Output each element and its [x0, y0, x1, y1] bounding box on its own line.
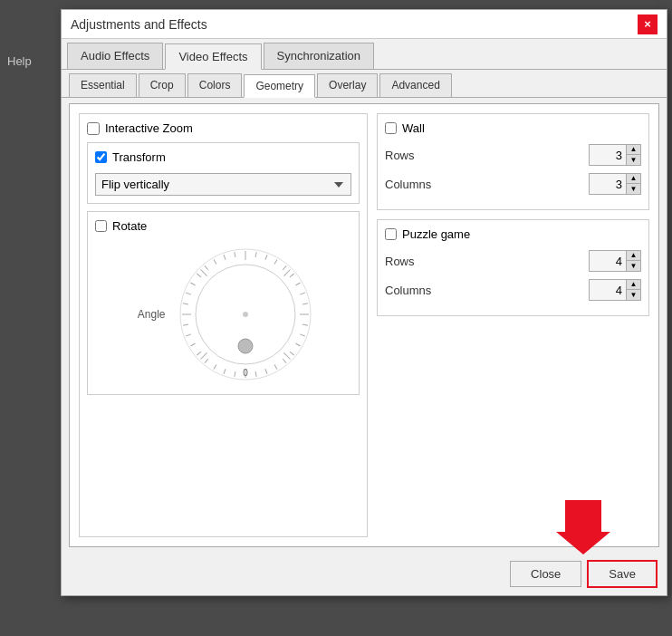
svg-point-43: [243, 312, 248, 317]
wall-columns-spinner-buttons: ▲ ▼: [626, 174, 640, 194]
svg-line-24: [214, 364, 216, 369]
svg-line-6: [283, 270, 290, 276]
svg-line-29: [186, 334, 191, 336]
rotate-group: Rotate Angle: [87, 211, 360, 395]
puzzle-columns-row: Columns ▲ ▼: [385, 279, 641, 301]
puzzle-rows-label: Rows: [385, 255, 415, 268]
wall-rows-row: Rows ▲ ▼: [385, 144, 641, 166]
svg-line-19: [264, 369, 266, 374]
svg-line-18: [274, 364, 277, 369]
svg-line-15: [290, 352, 294, 355]
svg-line-33: [186, 293, 191, 294]
rotate-checkbox[interactable]: [95, 220, 107, 232]
puzzle-rows-decrement[interactable]: ▼: [626, 261, 640, 271]
svg-line-14: [295, 343, 300, 346]
puzzle-columns-spinner-buttons: ▲ ▼: [626, 280, 640, 300]
tab-geometry[interactable]: Geometry: [244, 74, 315, 98]
sub-tabs: Essential Crop Colors Geometry Overlay A…: [62, 70, 667, 98]
interactive-zoom-label: Interactive Zoom: [105, 121, 193, 135]
help-label: Help: [0, 45, 39, 77]
wall-columns-row: Columns ▲ ▼: [385, 173, 641, 195]
save-button[interactable]: Save: [587, 560, 658, 588]
footer: Close Save: [62, 553, 667, 595]
rotate-label: Rotate: [112, 219, 147, 233]
wall-checkbox[interactable]: [385, 122, 397, 134]
wall-columns-label: Columns: [385, 178, 431, 191]
wall-rows-decrement[interactable]: ▼: [626, 155, 640, 165]
puzzle-rows-spinner[interactable]: ▲ ▼: [589, 250, 641, 272]
svg-marker-45: [556, 500, 610, 554]
close-button[interactable]: Close: [510, 561, 581, 587]
angle-label: Angle: [130, 308, 166, 321]
puzzle-label: Puzzle game: [402, 227, 470, 241]
svg-line-36: [200, 270, 206, 276]
transform-label-row: Transform: [95, 150, 351, 164]
interactive-zoom-checkbox[interactable]: [87, 122, 100, 135]
dialog-close-button[interactable]: ×: [638, 14, 658, 34]
puzzle-columns-spinner[interactable]: ▲ ▼: [589, 279, 641, 301]
tab-colors[interactable]: Colors: [187, 73, 243, 97]
wall-label: Wall: [402, 121, 425, 135]
tab-essential[interactable]: Essential: [69, 73, 137, 97]
wall-rows-spinner[interactable]: ▲ ▼: [589, 144, 641, 166]
tab-synchronization[interactable]: Synchronization: [264, 43, 375, 69]
svg-line-40: [234, 252, 235, 257]
svg-line-37: [205, 265, 208, 270]
dialog-title: Adjustments and Effects: [71, 17, 207, 32]
puzzle-checkbox[interactable]: [385, 228, 397, 240]
svg-line-9: [300, 293, 305, 294]
dialog: Adjustments and Effects × Audio Effects …: [61, 9, 667, 596]
puzzle-columns-decrement[interactable]: ▼: [626, 290, 640, 300]
wall-columns-input[interactable]: [590, 176, 626, 193]
tab-advanced[interactable]: Advanced: [379, 73, 451, 97]
content-area: Interactive Zoom Transform Flip vertical…: [69, 103, 659, 547]
interactive-zoom-row: Interactive Zoom: [87, 121, 360, 135]
svg-line-16: [283, 352, 290, 359]
tab-overlay[interactable]: Overlay: [317, 73, 378, 97]
svg-line-20: [255, 371, 256, 377]
right-panel: Wall Rows ▲ ▼ Columns: [377, 113, 649, 537]
puzzle-rows-increment[interactable]: ▲: [626, 251, 640, 261]
svg-line-12: [302, 324, 308, 325]
svg-line-25: [205, 359, 208, 363]
svg-line-39: [224, 255, 226, 260]
dialog-titlebar: Adjustments and Effects ×: [62, 10, 667, 39]
svg-line-27: [197, 352, 201, 355]
svg-line-13: [300, 334, 305, 336]
puzzle-rows-input[interactable]: [590, 253, 626, 270]
wall-columns-spinner[interactable]: ▲ ▼: [589, 173, 641, 195]
puzzle-section: Puzzle game Rows ▲ ▼ Columns: [377, 219, 649, 316]
main-tabs: Audio Effects Video Effects Synchronizat…: [62, 39, 667, 70]
tab-audio-effects[interactable]: Audio Effects: [67, 43, 163, 69]
svg-line-4: [274, 259, 277, 264]
tab-video-effects[interactable]: Video Effects: [165, 43, 261, 70]
tab-crop[interactable]: Crop: [139, 73, 186, 97]
puzzle-rows-row: Rows ▲ ▼: [385, 250, 641, 272]
wall-columns-decrement[interactable]: ▼: [626, 184, 640, 194]
wall-rows-spinner-buttons: ▲ ▼: [626, 145, 640, 165]
svg-line-23: [224, 369, 226, 374]
svg-line-22: [234, 371, 235, 377]
red-arrow-annotation: [556, 500, 610, 557]
svg-line-35: [197, 274, 201, 277]
svg-line-28: [190, 343, 195, 346]
flip-select[interactable]: Flip vertically Flip horizontally None: [95, 173, 351, 196]
puzzle-columns-input[interactable]: [590, 282, 626, 299]
svg-line-8: [295, 283, 300, 285]
svg-line-17: [283, 359, 286, 363]
svg-line-34: [190, 283, 195, 285]
wall-header: Wall: [385, 121, 641, 135]
transform-checkbox[interactable]: [95, 151, 107, 163]
svg-line-5: [283, 265, 286, 270]
dial[interactable]: 0: [173, 242, 318, 387]
svg-text:0: 0: [243, 368, 248, 378]
wall-columns-increment[interactable]: ▲: [626, 174, 640, 184]
wall-rows-increment[interactable]: ▲: [626, 145, 640, 155]
svg-line-7: [290, 274, 294, 277]
svg-line-30: [183, 324, 188, 325]
svg-line-38: [214, 259, 216, 264]
transform-group: Transform Flip vertically Flip horizonta…: [87, 142, 360, 204]
puzzle-columns-label: Columns: [385, 284, 431, 297]
wall-rows-input[interactable]: [590, 147, 626, 164]
puzzle-columns-increment[interactable]: ▲: [626, 280, 640, 290]
